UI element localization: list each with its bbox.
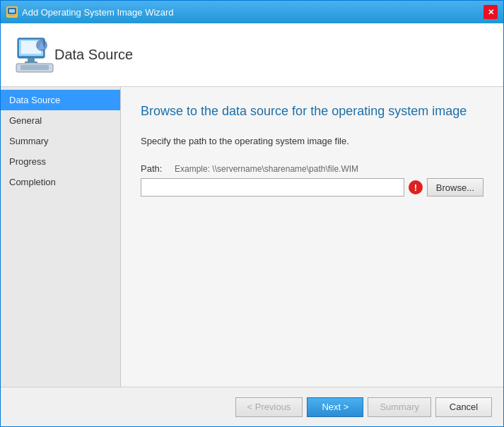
sidebar-item-data-source[interactable]: Data Source — [1, 90, 120, 110]
path-input-row: ! Browse... — [141, 178, 484, 197]
description: Specify the path to the operating system… — [141, 136, 484, 146]
sidebar-item-general[interactable]: General — [1, 110, 120, 131]
next-button[interactable]: Next > — [307, 397, 363, 417]
sidebar-item-progress[interactable]: Progress — [1, 151, 120, 172]
sidebar-item-summary[interactable]: Summary — [1, 131, 120, 151]
path-example: Example: \\servername\sharename\path\fil… — [175, 164, 358, 174]
wizard-window: Add Operating System Image Wizard ✕ Data… — [0, 0, 504, 427]
svg-rect-7 — [25, 62, 37, 63]
svg-rect-9 — [20, 65, 49, 70]
title-bar-left: Add Operating System Image Wizard — [6, 6, 174, 18]
svg-rect-1 — [9, 9, 15, 13]
cancel-button[interactable]: Cancel — [435, 397, 492, 417]
svg-rect-6 — [28, 58, 35, 62]
path-label-row: Path: Example: \\servername\sharename\pa… — [141, 163, 484, 174]
svg-rect-3 — [9, 16, 15, 16]
path-input[interactable] — [141, 178, 404, 197]
header-section: Data Source — [1, 23, 503, 87]
main-panel: Browse to the data source for the operat… — [121, 87, 503, 387]
title-bar: Add Operating System Image Wizard ✕ — [1, 1, 503, 23]
browse-button[interactable]: Browse... — [427, 178, 484, 197]
content-area: Data Source General Summary Progress Com… — [1, 87, 503, 387]
computer-icon — [15, 35, 54, 75]
previous-button[interactable]: < Previous — [235, 397, 303, 417]
app-icon — [6, 6, 18, 18]
path-label: Path: — [141, 163, 169, 174]
header-title: Data Source — [54, 47, 133, 63]
footer: < Previous Next > Summary Cancel — [1, 387, 503, 426]
svg-rect-2 — [11, 14, 13, 16]
error-icon: ! — [409, 180, 423, 194]
sidebar: Data Source General Summary Progress Com… — [1, 87, 121, 387]
main-heading: Browse to the data source for the operat… — [141, 104, 484, 119]
sidebar-item-completion[interactable]: Completion — [1, 172, 120, 192]
summary-button[interactable]: Summary — [368, 397, 431, 417]
title-bar-buttons: ✕ — [484, 5, 498, 19]
close-button[interactable]: ✕ — [484, 5, 498, 19]
title-bar-title: Add Operating System Image Wizard — [22, 7, 174, 18]
